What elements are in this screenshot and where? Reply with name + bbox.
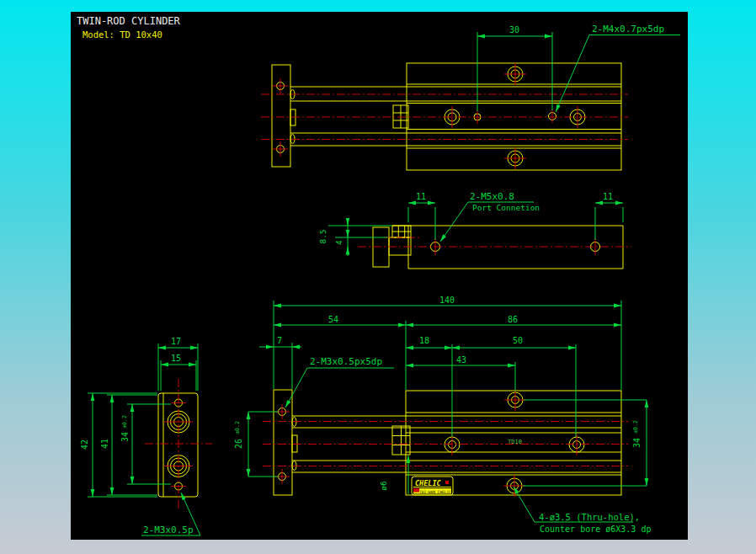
body-model-label: TD10 [508, 439, 522, 445]
m3-thread-label-end: 2-M3x0.5p [143, 525, 194, 535]
m3-thread-label-front: 2-M3x0.5px5dp [310, 356, 382, 367]
dim-18-label: 18 [419, 336, 429, 345]
dim-17-label: 17 [171, 337, 181, 346]
dim-11-right-label: 11 [603, 192, 613, 201]
m4-thread-label: 2-M4x0.7px5dp [592, 24, 664, 35]
drawing-title: TWIN-ROD CYLINDER [77, 15, 181, 27]
dim-15-label: 15 [171, 354, 181, 363]
dim-34-label-front: 34 [632, 438, 642, 448]
dim-41-label: 41 [100, 439, 109, 449]
dim-50-label: 50 [513, 336, 523, 345]
drawing-surface: TWIN-ROD CYLINDER Model: TD 10x40 [0, 0, 756, 554]
dim-11-left-label: 11 [416, 192, 426, 201]
dim-86-label: 86 [508, 315, 518, 324]
dim-26-tolerance: ±0.2 [234, 421, 241, 434]
dim-34-label-end: 34 [120, 432, 130, 442]
dim-4-label: 4 [334, 240, 343, 245]
rod-dia-label: ø6 [379, 481, 388, 491]
thru-hole-note: 4-ø3.5 (Thru-hole), [539, 512, 640, 522]
model-label: Model: TD 10x40 [83, 29, 162, 40]
logo-registered-mark [445, 481, 449, 484]
logo-subtext: TAI-WAN CHELIC [419, 490, 451, 494]
dim-54-label: 54 [328, 315, 338, 324]
dim-30-label: 30 [509, 25, 519, 35]
dim-7-label: 7 [277, 336, 282, 345]
dim-34-tolerance-front: ±0.2 [632, 420, 639, 434]
counterbore-note: Counter bore ø6X3.3 dp [540, 525, 651, 534]
dim-140-label: 140 [439, 296, 455, 305]
cad-application-screenshot: TWIN-ROD CYLINDER Model: TD 10x40 [0, 0, 756, 554]
port-thread-label: 2-M5x0.8 [470, 191, 514, 202]
port-connection-label: Port Connetion [472, 203, 540, 212]
logo-text: CHELIC [415, 479, 442, 487]
dim-26-label: 26 [234, 439, 243, 449]
dim-42-label: 42 [80, 439, 89, 450]
dim-34-tolerance-end: ±0.2 [121, 415, 128, 429]
dim-43-label: 43 [456, 355, 466, 365]
dim-8-5-label: 8.5 [318, 229, 327, 243]
